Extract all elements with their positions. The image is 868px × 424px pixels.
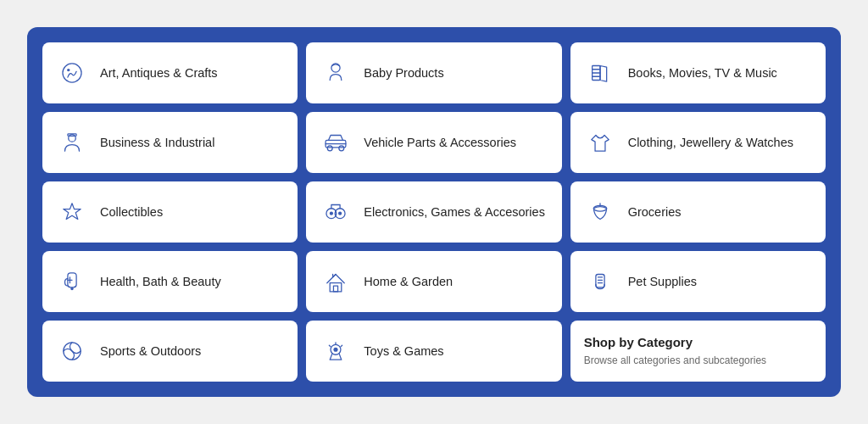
svg-rect-24	[334, 286, 338, 292]
category-card-vehicle-parts-accessories[interactable]: Vehicle Parts & Accessories	[306, 112, 561, 173]
category-card-home-garden[interactable]: Home & Garden	[306, 251, 561, 312]
category-label: Toys & Games	[364, 343, 443, 360]
collectibles-icon	[56, 196, 88, 228]
art-icon	[56, 57, 88, 89]
category-card-art-antiques-crafts[interactable]: Art, Antiques & Crafts	[42, 42, 298, 103]
category-label: Business & Industrial	[100, 135, 214, 151]
category-container: Art, Antiques & Crafts Baby Products Boo…	[27, 27, 841, 397]
category-label: Pet Supplies	[628, 274, 697, 290]
sports-icon	[56, 335, 88, 367]
category-label: Groceries	[628, 204, 682, 220]
category-label: Home & Garden	[364, 274, 453, 290]
home-icon	[320, 265, 352, 298]
svg-rect-25	[596, 275, 604, 287]
category-card-baby-products[interactable]: Baby Products	[306, 42, 561, 103]
svg-rect-23	[331, 283, 342, 292]
groceries-icon	[584, 196, 616, 228]
category-label: Health, Bath & Beauty	[100, 274, 221, 290]
category-card-pet-supplies[interactable]: Pet Supplies	[570, 251, 826, 312]
category-label: Baby Products	[364, 65, 443, 81]
baby-icon	[320, 57, 352, 89]
business-icon	[56, 126, 88, 159]
toys-icon	[320, 335, 352, 367]
svg-point-11	[339, 146, 344, 151]
svg-point-22	[70, 287, 73, 290]
electronics-icon	[320, 196, 352, 228]
health-icon	[56, 265, 88, 298]
svg-point-17	[338, 212, 342, 215]
shop-by-category-title: Shop by Category	[584, 334, 693, 351]
category-card-groceries[interactable]: Groceries	[570, 181, 826, 243]
category-card-business-industrial[interactable]: Business & Industrial	[42, 112, 298, 173]
category-card-health-bath-beauty[interactable]: Health, Bath & Beauty	[42, 251, 298, 312]
category-card-sports-outdoors[interactable]: Sports & Outdoors	[42, 321, 298, 382]
category-label: Clothing, Jewellery & Watches	[628, 135, 793, 151]
category-grid: Art, Antiques & Crafts Baby Products Boo…	[42, 42, 826, 382]
vehicle-icon	[320, 126, 352, 159]
category-label: Books, Movies, TV & Music	[628, 65, 777, 81]
category-label: Art, Antiques & Crafts	[100, 65, 218, 81]
category-card-clothing-jewellery-watches[interactable]: Clothing, Jewellery & Watches	[570, 112, 826, 173]
category-card-collectibles[interactable]: Collectibles	[42, 181, 298, 243]
category-card-books-movies-tv-music[interactable]: Books, Movies, TV & Music	[570, 42, 826, 103]
shop-by-category-sublabel: Browse all categories and subcategories	[584, 354, 766, 368]
category-label: Vehicle Parts & Accessories	[364, 135, 516, 151]
svg-point-1	[67, 69, 70, 71]
svg-point-16	[330, 212, 333, 215]
category-card-toys-games[interactable]: Toys & Games	[306, 321, 561, 382]
category-card-electronics-games-accesories[interactable]: Electronics, Games & Accesories	[306, 181, 561, 243]
svg-point-10	[328, 146, 333, 151]
books-icon	[584, 57, 616, 89]
category-card-shop-by-category[interactable]: Shop by Category Browse all categories a…	[570, 321, 826, 382]
svg-point-31	[334, 348, 338, 352]
svg-marker-13	[64, 204, 81, 220]
clothing-icon	[584, 126, 616, 159]
category-label: Sports & Outdoors	[100, 343, 201, 360]
category-label: Electronics, Games & Accesories	[364, 204, 545, 220]
pet-icon	[584, 265, 616, 298]
category-label: Collectibles	[100, 204, 163, 220]
svg-point-0	[63, 64, 81, 82]
